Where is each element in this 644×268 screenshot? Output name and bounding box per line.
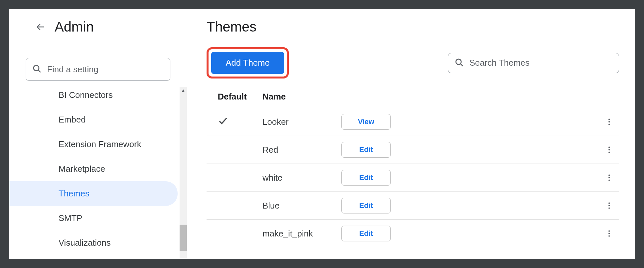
svg-point-16 <box>608 207 610 209</box>
table-row: make_it_pink Edit <box>207 219 619 247</box>
search-themes-input[interactable] <box>469 58 613 68</box>
svg-point-7 <box>608 123 610 125</box>
svg-point-18 <box>608 233 610 234</box>
edit-button[interactable]: Edit <box>341 170 391 186</box>
scrollbar-thumb[interactable] <box>180 225 187 251</box>
kebab-icon[interactable] <box>605 173 613 182</box>
svg-point-5 <box>608 119 610 120</box>
sidebar: Admin BI Connectors Embed Extension Fram… <box>9 9 187 259</box>
kebab-icon[interactable] <box>605 145 613 154</box>
theme-name: make_it_pink <box>262 229 341 239</box>
sidebar-item-marketplace[interactable]: Marketplace <box>9 157 178 181</box>
svg-line-2 <box>38 70 40 72</box>
sidebar-search[interactable] <box>26 58 170 81</box>
svg-line-4 <box>460 64 463 66</box>
table-row: Red Edit <box>207 136 619 164</box>
edit-button[interactable]: Edit <box>341 198 391 213</box>
app-window: Admin BI Connectors Embed Extension Fram… <box>9 9 635 259</box>
edit-button[interactable]: Edit <box>341 142 391 158</box>
table-header: Default Name <box>207 85 619 108</box>
sidebar-list: BI Connectors Embed Extension Framework … <box>9 87 178 255</box>
sidebar-item-visualizations[interactable]: Visualizations <box>9 231 178 255</box>
svg-point-6 <box>608 121 610 123</box>
svg-point-13 <box>608 179 610 181</box>
kebab-icon[interactable] <box>605 229 613 238</box>
col-header-default: Default <box>207 92 262 102</box>
check-icon <box>218 118 228 128</box>
scrollbar[interactable]: ▲ <box>180 87 187 259</box>
scrollbar-up-icon[interactable]: ▲ <box>180 87 187 94</box>
svg-point-11 <box>608 174 610 176</box>
kebab-icon[interactable] <box>605 118 613 126</box>
svg-point-10 <box>608 151 610 153</box>
toolbar: Add Theme <box>207 47 619 78</box>
search-icon <box>454 57 464 69</box>
svg-point-14 <box>608 202 610 204</box>
search-themes[interactable] <box>448 53 619 73</box>
table-row: white Edit <box>207 164 619 191</box>
svg-point-8 <box>608 146 610 148</box>
page-title: Themes <box>207 19 619 35</box>
sidebar-list-wrap: BI Connectors Embed Extension Framework … <box>9 87 187 259</box>
svg-point-15 <box>608 205 610 206</box>
sidebar-title: Admin <box>55 19 94 35</box>
svg-point-17 <box>608 230 610 232</box>
add-theme-highlight: Add Theme <box>207 47 289 78</box>
svg-point-9 <box>608 149 610 150</box>
theme-name: Looker <box>262 117 341 127</box>
sidebar-item-bi-connectors[interactable]: BI Connectors <box>9 87 178 107</box>
theme-name: Blue <box>262 201 341 211</box>
sidebar-header: Admin <box>9 19 187 44</box>
search-icon <box>32 64 42 75</box>
sidebar-item-themes[interactable]: Themes <box>9 181 178 206</box>
add-theme-button[interactable]: Add Theme <box>211 52 284 74</box>
svg-point-1 <box>34 65 39 71</box>
sidebar-item-extension-framework[interactable]: Extension Framework <box>9 132 178 157</box>
view-button[interactable]: View <box>341 114 391 130</box>
default-cell <box>207 116 262 128</box>
theme-name: Red <box>262 145 341 155</box>
kebab-icon[interactable] <box>605 201 613 210</box>
svg-point-3 <box>456 59 461 64</box>
svg-point-19 <box>608 235 610 236</box>
sidebar-item-embed[interactable]: Embed <box>9 107 178 132</box>
edit-button[interactable]: Edit <box>341 226 391 241</box>
table-row: Blue Edit <box>207 191 619 219</box>
sidebar-search-input[interactable] <box>47 64 164 75</box>
back-arrow-icon[interactable] <box>36 22 45 32</box>
sidebar-item-smtp[interactable]: SMTP <box>9 206 178 231</box>
svg-point-12 <box>608 177 610 178</box>
col-header-name: Name <box>262 92 341 102</box>
table-row: Looker View <box>207 108 619 136</box>
theme-name: white <box>262 173 341 183</box>
main-panel: Themes Add Theme Default Name <box>187 9 635 259</box>
